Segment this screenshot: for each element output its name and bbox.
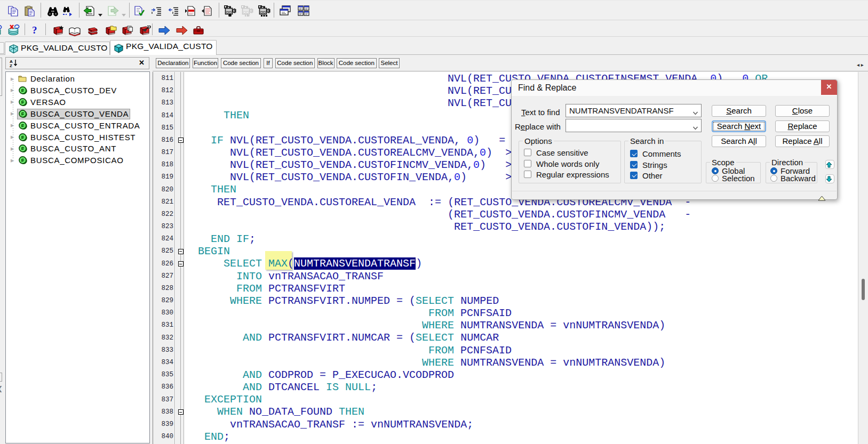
svg-text:F: F (21, 135, 24, 140)
svg-text:F: F (21, 146, 24, 151)
svg-text:F: F (21, 100, 24, 105)
svg-text:Z: Z (10, 63, 12, 67)
svg-text:F: F (21, 88, 24, 93)
svg-text:F: F (21, 111, 24, 117)
svg-text:F: F (21, 123, 24, 128)
svg-text:F: F (21, 158, 24, 163)
